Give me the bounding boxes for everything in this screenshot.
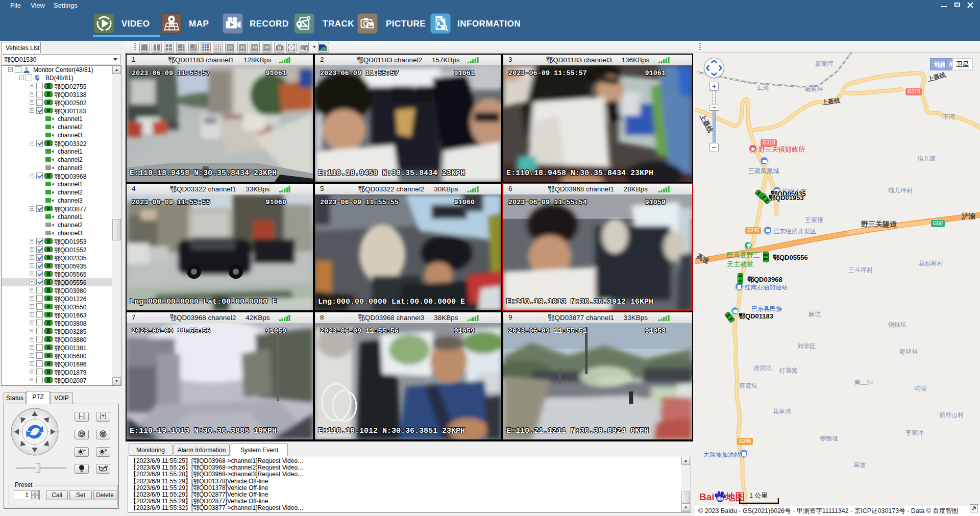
svg-text:du: du [717, 496, 723, 501]
